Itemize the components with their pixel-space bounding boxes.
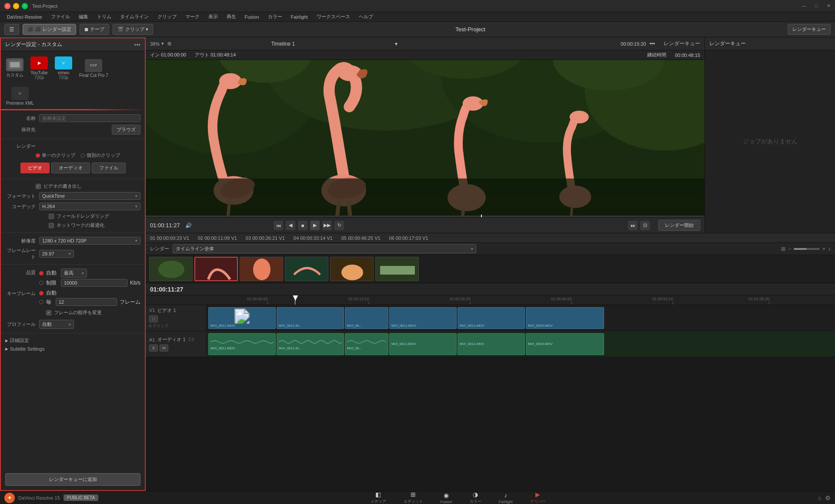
menu-view[interactable]: 表示 xyxy=(205,13,221,21)
render-individual-clips[interactable]: 個別のクリップ xyxy=(80,152,120,159)
a1-clip-2[interactable]: MVI_0011.M... xyxy=(277,333,344,355)
preset-youtube[interactable]: ▶ YouTube 720p xyxy=(29,55,50,82)
nav-media[interactable]: ◧ メディア xyxy=(366,490,391,504)
win-close-icon[interactable]: ✕ xyxy=(827,3,831,9)
menu-davinci-resolve[interactable]: DaVinci Resolve xyxy=(3,13,46,20)
render-queue-btn[interactable]: レンダーキュー xyxy=(788,24,831,35)
reorder-frames-checkbox[interactable] xyxy=(46,310,51,315)
nav-edit[interactable]: ⊞ エディット xyxy=(399,490,428,504)
clip-zoom-in-icon[interactable]: + xyxy=(822,246,825,252)
menu-playback[interactable]: 再生 xyxy=(223,13,240,21)
win-minimize-icon[interactable]: — xyxy=(802,3,806,9)
network-opt-checkbox[interactable] xyxy=(49,223,54,228)
clip-item-4[interactable]: H.264 xyxy=(285,257,328,283)
clip-item-3[interactable]: H.264 xyxy=(240,257,283,283)
timeline-ruler[interactable]: 01:00:00:00 01:00:13:10 01:00:26:20 01:0… xyxy=(146,295,835,305)
fit-icon[interactable]: ⊞ xyxy=(167,41,171,46)
play-button[interactable]: ▶ xyxy=(310,221,320,230)
clip-grid-icon[interactable]: ⊞ xyxy=(781,246,785,252)
a1-mute-button[interactable]: M xyxy=(160,345,168,351)
preset-fcp[interactable]: FCP Final Cut Pro 7 xyxy=(77,57,110,80)
codec-dropdown[interactable]: H.264 ▾ xyxy=(39,202,140,210)
v1-clip-4[interactable]: MVI_0011.MOV xyxy=(389,307,457,329)
mark-button[interactable]: ⊡ xyxy=(640,221,650,230)
v1-clip-3[interactable]: MVI_00... xyxy=(345,307,388,329)
resolution-dropdown[interactable]: 1280 x 720 HD 720P ▾ xyxy=(39,237,140,245)
clip-item-2[interactable]: H.264 xyxy=(194,257,238,283)
a1-clip-4[interactable]: MVI_0011.MOV xyxy=(389,333,457,355)
clip-zoom-slider[interactable] xyxy=(794,248,820,250)
a1-clip-3[interactable]: MVI_00... xyxy=(345,333,388,355)
quality-max-dropdown[interactable]: 最高 ▾ xyxy=(61,269,87,278)
render-single-clip[interactable]: 単一のクリップ xyxy=(36,152,75,159)
v1-clip-1[interactable]: MVI_0011.MOV xyxy=(208,307,276,329)
stop-button[interactable]: ■ xyxy=(298,221,307,230)
clip-zoom-out-icon[interactable]: − xyxy=(788,246,791,252)
subtitle-expand[interactable]: ▶ Subtitle Settings xyxy=(1,345,145,353)
toolbar-menu-btn[interactable]: ☰ xyxy=(4,24,19,35)
audio-tab[interactable]: オーディオ xyxy=(51,162,90,173)
menu-file[interactable]: ファイル xyxy=(47,13,73,21)
v1-clip-2[interactable]: MVI_0011.M... xyxy=(277,307,344,329)
menu-mark[interactable]: マーク xyxy=(182,13,203,21)
a1-clip-1[interactable]: MVI_0011.MOV xyxy=(208,333,276,355)
framerate-dropdown[interactable]: 29.97 ▾ xyxy=(39,250,74,258)
video-write-checkbox[interactable] xyxy=(36,184,41,189)
toolbar-clip-btn[interactable]: 🎬 クリップ ▾ xyxy=(113,24,153,35)
timecode-menu-icon[interactable]: ••• xyxy=(649,41,655,47)
browse-button[interactable]: ブラウズ xyxy=(112,125,140,135)
loop-button[interactable]: ↻ xyxy=(334,221,344,230)
win-maximize-icon[interactable]: □ xyxy=(815,3,818,9)
profile-dropdown[interactable]: 自動 ▾ xyxy=(39,320,74,329)
close-button[interactable]: × xyxy=(4,3,10,9)
file-tab[interactable]: ファイル xyxy=(92,162,126,173)
render-start-button[interactable]: レンダー開始 xyxy=(658,220,700,231)
nav-color[interactable]: ◑ カラー xyxy=(465,490,486,504)
menu-trim[interactable]: トリム xyxy=(94,13,115,21)
advanced-expand[interactable]: ▶ 詳細設定 xyxy=(1,336,145,345)
menu-clip[interactable]: クリップ xyxy=(154,13,180,21)
go-to-end-button[interactable]: ⏭ xyxy=(628,221,638,230)
timeline-dropdown-arrow[interactable]: ▾ xyxy=(395,41,397,47)
clip-item-6[interactable]: H.264 xyxy=(375,257,419,283)
nav-fairlight[interactable]: ♪ Fairlight xyxy=(494,491,517,504)
volume-icon[interactable]: 🔊 xyxy=(185,222,192,229)
toolbar-tape-btn[interactable]: ◼ テープ xyxy=(80,24,109,35)
nav-deliver[interactable]: ▶ デリバー xyxy=(526,490,550,504)
preset-custom[interactable]: カスタム xyxy=(4,56,25,80)
toolbar-render-settings-btn[interactable]: ⬛ ⬛ レンダー設定 xyxy=(23,24,76,35)
timeline-playhead[interactable] xyxy=(293,295,298,301)
a1-solo-button[interactable]: S xyxy=(149,345,158,351)
add-to-queue-button[interactable]: レンダーキューに追加 xyxy=(5,473,140,486)
format-dropdown[interactable]: QuickTime ▾ xyxy=(39,192,140,200)
name-input[interactable] xyxy=(39,114,140,122)
quality-limit-input[interactable] xyxy=(61,279,127,287)
keyframe-every-radio[interactable] xyxy=(39,300,43,304)
home-button[interactable]: ⌂ xyxy=(818,494,822,501)
a1-clip-5[interactable]: MVI_0011.MOV xyxy=(458,333,525,355)
render-panel-menu-icon[interactable]: ••• xyxy=(134,41,140,48)
menu-timeline[interactable]: タイムライン xyxy=(117,13,152,21)
quality-limit-radio[interactable] xyxy=(39,281,43,285)
keyframe-auto-radio[interactable] xyxy=(39,291,43,295)
go-to-start-button[interactable]: ⏮ xyxy=(274,221,283,230)
a1-clip-6[interactable]: MVI_0015.MOV xyxy=(526,333,604,355)
clip-item-1[interactable]: H.264 xyxy=(149,257,193,283)
menu-workspace[interactable]: ワークスペース xyxy=(313,13,354,21)
menu-fairlight[interactable]: Fairlight xyxy=(287,13,311,20)
menu-edit[interactable]: 編集 xyxy=(75,13,92,21)
step-back-button[interactable]: ◀ xyxy=(286,221,295,230)
keyframe-every-input[interactable] xyxy=(56,298,117,306)
quality-auto-radio[interactable] xyxy=(39,271,43,275)
preset-premiere[interactable]: Pr Premiere XML xyxy=(4,85,36,107)
single-clip-radio[interactable] xyxy=(36,153,40,158)
render-mode-dropdown[interactable]: タイムライン全体 ▾ xyxy=(173,244,476,253)
minimize-button[interactable]: − xyxy=(13,3,19,9)
menu-help[interactable]: ヘルプ xyxy=(355,13,377,21)
individual-clips-radio[interactable] xyxy=(80,153,85,158)
menu-color[interactable]: カラー xyxy=(264,13,286,21)
settings-button[interactable]: ⚙ xyxy=(825,494,831,501)
field-rendering-checkbox[interactable] xyxy=(49,214,54,219)
clip-item-5[interactable]: H.264 xyxy=(330,257,374,283)
zoom-dropdown-arrow[interactable]: ▾ xyxy=(161,41,164,46)
